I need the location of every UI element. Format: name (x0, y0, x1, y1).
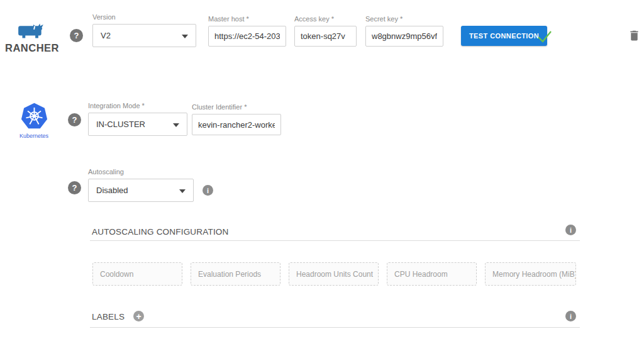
section-title-labels: LABELS (92, 312, 125, 321)
delete-integration-button[interactable] (628, 29, 641, 44)
autoscaling-label: Autoscaling (88, 168, 194, 176)
cluster-identifier-label: Cluster Identifier * (192, 103, 281, 111)
trash-icon (628, 35, 641, 44)
chevron-down-icon (179, 189, 186, 193)
kubernetes-logo: Kubernetes (16, 103, 52, 139)
kubernetes-icon (21, 120, 48, 131)
integration-mode-value: IN-CLUSTER (96, 120, 145, 129)
add-label-button[interactable]: + (133, 311, 144, 321)
autoscaling-value: Disabled (96, 186, 128, 195)
help-icon[interactable]: ? (68, 113, 81, 126)
master-host-field: Master host * (208, 15, 286, 47)
test-connection-button[interactable]: TEST CONNECTION (461, 26, 547, 46)
info-glyph: i (570, 313, 572, 320)
evaluation-periods-input (191, 262, 280, 286)
integration-mode-field: Integration Mode * IN-CLUSTER (88, 102, 187, 136)
chevron-down-icon (182, 35, 188, 38)
question-mark-glyph: ? (72, 115, 77, 125)
info-icon[interactable]: i (565, 225, 576, 235)
access-key-field: Access key * (294, 15, 357, 47)
master-host-label: Master host * (208, 15, 286, 23)
question-mark-glyph: ? (72, 183, 77, 193)
version-value: V2 (101, 31, 111, 40)
question-mark-glyph: ? (74, 31, 79, 40)
section-divider (90, 327, 580, 328)
success-check-icon (536, 28, 553, 47)
autoscaling-select[interactable]: Disabled (88, 179, 194, 202)
section-title-autoscaling-configuration: AUTOSCALING CONFIGURATION (92, 227, 229, 237)
version-field: Version V2 (92, 13, 196, 47)
secret-key-field: Secret key * (365, 15, 443, 47)
cpu-headroom-input (387, 262, 477, 286)
secret-key-label: Secret key * (365, 15, 443, 23)
info-icon[interactable]: i (565, 311, 576, 321)
integration-mode-select[interactable]: IN-CLUSTER (88, 113, 187, 136)
info-glyph: i (207, 187, 209, 194)
section-divider (90, 240, 580, 241)
cooldown-input (92, 262, 182, 286)
rancher-logo: RANCHER (5, 22, 57, 54)
info-glyph: i (570, 226, 572, 234)
secret-key-input[interactable] (365, 26, 443, 47)
access-key-input[interactable] (294, 26, 357, 47)
integration-mode-label: Integration Mode * (88, 102, 187, 109)
cluster-identifier-input[interactable] (192, 114, 281, 135)
help-icon[interactable]: ? (70, 29, 83, 42)
kubernetes-logo-text: Kubernetes (16, 133, 52, 139)
version-label: Version (92, 13, 196, 21)
integration-config-panel: RANCHER ? Version V2 Master host * Acces… (0, 0, 644, 346)
chevron-down-icon (173, 123, 179, 127)
plus-icon: + (136, 312, 141, 321)
memory-headroom-input (485, 262, 576, 286)
headroom-units-count-input (289, 262, 379, 286)
help-icon[interactable]: ? (68, 181, 81, 194)
master-host-input[interactable] (208, 26, 286, 47)
access-key-label: Access key * (294, 15, 357, 23)
autoscaling-field: Autoscaling Disabled (88, 168, 194, 202)
rancher-bull-icon (16, 30, 46, 41)
cluster-identifier-field: Cluster Identifier * (192, 103, 281, 135)
info-icon[interactable]: i (203, 185, 213, 196)
rancher-logo-text: RANCHER (5, 42, 57, 54)
version-select[interactable]: V2 (92, 24, 196, 47)
